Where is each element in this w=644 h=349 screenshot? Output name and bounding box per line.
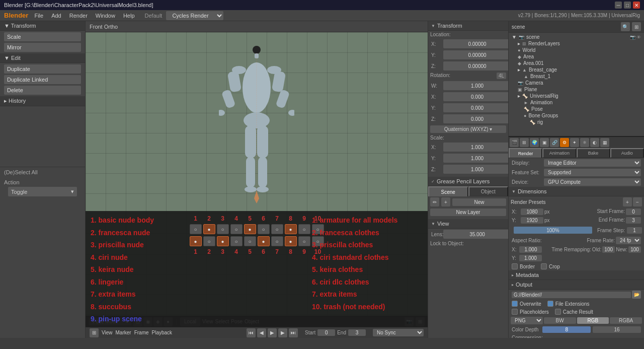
- overwrite-cb[interactable]: [512, 301, 518, 307]
- scene-item-universalrig[interactable]: ▸ 🦴 UniversalRig: [515, 93, 644, 99]
- sync-mode-select[interactable]: No Sync Frame Dropping Sync to Audio: [373, 329, 424, 336]
- outliner-filter-btn[interactable]: ⊞: [632, 22, 641, 31]
- close-button[interactable]: ✕: [633, 2, 640, 9]
- menu-help[interactable]: Help: [121, 12, 137, 20]
- metadata-accordion[interactable]: ▸ Metadata: [509, 270, 644, 280]
- new-input[interactable]: [628, 246, 641, 253]
- placeholders-cb[interactable]: [512, 309, 518, 315]
- grease-pencil-btn[interactable]: ✏: [430, 197, 439, 206]
- aspect-y-input[interactable]: [519, 255, 542, 261]
- rot-z-input[interactable]: [443, 114, 508, 123]
- timeline-frame-menu[interactable]: Frame: [134, 330, 149, 335]
- loc-x-input[interactable]: [443, 39, 508, 48]
- rotation-mode[interactable]: 4L: [497, 73, 506, 79]
- props-tab-object[interactable]: ▣: [540, 138, 549, 147]
- start-frame-input[interactable]: [317, 329, 335, 336]
- main-viewport[interactable]: Front Ortho: [86, 21, 428, 327]
- duplicate-button[interactable]: Duplicate: [4, 64, 81, 74]
- lens-input[interactable]: [443, 230, 508, 239]
- jump-end-btn[interactable]: ⏭: [289, 328, 298, 337]
- bw-btn[interactable]: BW: [544, 317, 576, 324]
- timeline-playback-menu[interactable]: Playback: [152, 330, 173, 335]
- props-tab-world[interactable]: 🌍: [530, 138, 539, 147]
- num-btn-b6[interactable]: ●: [258, 236, 270, 246]
- display-dropdown[interactable]: Image Editor: [544, 159, 641, 167]
- scene-item-scene[interactable]: ▼ 📷 scene 📷 👁: [509, 34, 644, 40]
- object-tab[interactable]: Object: [468, 186, 509, 196]
- num-btn-2[interactable]: ●: [203, 224, 215, 234]
- fps-dropdown[interactable]: 24 fps 30 fps: [616, 237, 641, 244]
- scene-item-bonegroups[interactable]: ● Bone Groups: [521, 112, 644, 119]
- num-btn-b2[interactable]: ○: [203, 236, 215, 246]
- mirror-button[interactable]: Mirror: [4, 43, 81, 52]
- old-input[interactable]: [602, 246, 615, 253]
- scene-item-plane[interactable]: ▣ Plane: [515, 86, 644, 93]
- loc-y-input[interactable]: [443, 50, 508, 59]
- props-tab-material[interactable]: ◐: [590, 138, 599, 147]
- rp-remove-btn[interactable]: −: [633, 197, 642, 206]
- grease-add-btn[interactable]: +: [441, 197, 450, 206]
- props-tab-scene[interactable]: ⊞: [520, 138, 529, 147]
- scene-item-world[interactable]: ● World: [515, 47, 644, 53]
- minimize-button[interactable]: ─: [615, 2, 622, 9]
- num-btn-b5[interactable]: ○: [244, 236, 256, 246]
- history-section-header[interactable]: ▸ History: [0, 96, 85, 106]
- play-btn[interactable]: ▶: [268, 328, 277, 337]
- frame-step-input[interactable]: [627, 227, 642, 234]
- output-path-input[interactable]: [512, 292, 631, 298]
- transform-accordion[interactable]: ▼ Transform: [428, 21, 508, 31]
- num-btn-b4[interactable]: ○: [230, 236, 243, 246]
- view-accordion[interactable]: ▼ View: [428, 219, 508, 229]
- viewport-canvas[interactable]: X Y Z (0) UniversalRig : root_ 1. basic …: [86, 32, 428, 327]
- quaternion-dropdown[interactable]: Quaternion (WXYZ) ▾: [430, 125, 506, 133]
- maximize-button[interactable]: □: [624, 2, 631, 9]
- scene-item-breast1[interactable]: ▲ Breast_1: [521, 73, 644, 80]
- scene-item-area[interactable]: ◆ Area: [515, 53, 644, 60]
- playback-toggle[interactable]: ⊞: [90, 328, 99, 337]
- output-accordion[interactable]: ▸ Output: [509, 280, 644, 290]
- timeline-view-menu[interactable]: View: [102, 330, 113, 335]
- outliner-search-btn[interactable]: 🔍: [621, 22, 630, 31]
- num-btn-4[interactable]: ○: [230, 224, 243, 234]
- format-dropdown[interactable]: PNG JPEG OpenEXR: [511, 317, 543, 324]
- scene-item-pose[interactable]: 🦴 Pose: [521, 106, 644, 112]
- aspect-x-input[interactable]: [519, 246, 542, 253]
- scale-z-input[interactable]: [443, 165, 508, 174]
- deselect-all[interactable]: (De)Select All: [4, 169, 81, 175]
- props-tab-modifier[interactable]: ⚙: [560, 138, 569, 147]
- prev-frame-btn[interactable]: ◀: [257, 328, 266, 337]
- props-tab-particles[interactable]: ✦: [570, 138, 579, 147]
- props-tab-physics[interactable]: ⚛: [580, 138, 589, 147]
- end-frame-input[interactable]: [348, 329, 366, 336]
- duplicate-linked-button[interactable]: Duplicate Linked: [4, 75, 81, 84]
- num-btn-b1[interactable]: ●: [190, 236, 202, 246]
- scene-item-breastcage[interactable]: ▸ ▲ Breast_cage: [515, 66, 644, 73]
- animation-tab[interactable]: Animation: [542, 148, 576, 158]
- scene-tab[interactable]: Scene: [428, 186, 468, 196]
- menu-render[interactable]: Render: [67, 12, 90, 20]
- depth-16-btn[interactable]: 16: [593, 326, 641, 333]
- num-btn-b8[interactable]: ●: [285, 236, 297, 246]
- rot-y-input[interactable]: [443, 103, 508, 112]
- dimensions-accordion[interactable]: ▼ Dimensions: [509, 187, 644, 196]
- num-btn-1[interactable]: ○: [190, 224, 202, 234]
- loc-z-input[interactable]: [443, 61, 508, 71]
- audio-tab[interactable]: Audio: [610, 148, 644, 158]
- file-ext-cb[interactable]: [547, 301, 553, 307]
- rp-add-btn[interactable]: +: [623, 197, 632, 206]
- delete-button[interactable]: Delete: [4, 86, 81, 95]
- cache-cb[interactable]: [555, 309, 561, 315]
- next-frame-btn[interactable]: ▶: [278, 328, 287, 337]
- res-x-input[interactable]: [521, 208, 543, 215]
- scene-item-rig[interactable]: 🦴 rig: [527, 119, 644, 125]
- num-btn-5[interactable]: ●: [244, 224, 256, 234]
- new-layer-btn[interactable]: New Layer: [430, 208, 506, 216]
- jump-start-btn[interactable]: ⏮: [247, 328, 256, 337]
- props-tab-constraints[interactable]: 🔗: [550, 138, 559, 147]
- num-btn-8[interactable]: ●: [285, 224, 297, 234]
- scale-x-input[interactable]: [443, 143, 508, 152]
- scene-item-area001[interactable]: ◆ Area.001: [515, 60, 644, 66]
- transform-section-header[interactable]: ▼ Transform: [0, 21, 85, 31]
- rot-w-input[interactable]: [443, 81, 508, 90]
- edit-section-header[interactable]: ▼ Edit: [0, 53, 85, 63]
